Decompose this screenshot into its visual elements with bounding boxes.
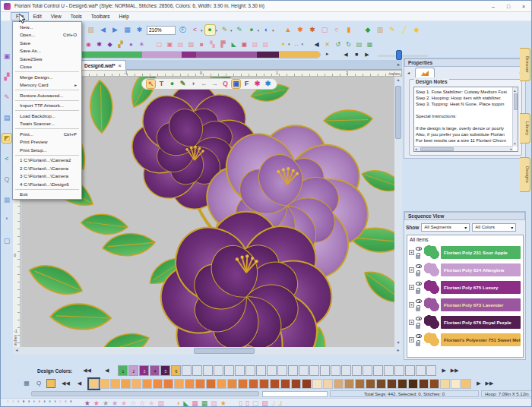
rotate-cw-icon[interactable]: ↻ [344,40,353,49]
file-menu-item-print-preview[interactable]: Print Preview [13,138,81,147]
motif-check-icon[interactable]: ▦ [192,399,198,407]
motif-triangle-icon[interactable]: ◣ [183,399,188,407]
notes-scroll-right-icon[interactable]: ▸ [510,147,512,151]
machine-icon[interactable]: ✱ [253,80,261,88]
dropdown-caret-icon[interactable]: ▾ [302,42,304,46]
colors-next-icon[interactable]: ▶ [442,368,445,374]
file-menu-item-4-c-floriani-design6[interactable]: 4 C:\Floriani\...\Design6 [13,180,81,188]
gold-star-icon[interactable]: ✦ [279,40,287,49]
flag-icon[interactable]: ▚ [208,40,217,49]
segments-filter-dropdown[interactable]: All Segments ▾ [421,223,470,232]
share-nodes-icon[interactable]: < [190,25,200,35]
rotate-ccw-icon[interactable]: ↺ [334,40,342,49]
notes-hscroll-thumb[interactable] [420,147,454,151]
canvas-vertical-scrollbar[interactable]: ▴ ▾ [394,77,402,347]
vertical-scroll-thumb[interactable] [395,86,401,139]
file-menu-item-3-c-floriani-camera[interactable]: 3 C:\Floriani\...\Camera [13,172,81,181]
lock-icon[interactable] [416,325,420,329]
empty-color-swatch[interactable] [267,365,277,376]
transport-play-button[interactable]: ▶ [363,50,372,58]
thread-first-icon[interactable]: ◀◀ [62,380,70,386]
blur-box-icon[interactable]: ▨ [187,40,195,49]
motif-rect-icon[interactable]: ▢ [252,399,259,407]
settings-gear-icon[interactable]: ✱ [135,25,144,35]
visibility-eye-icon[interactable] [416,247,422,251]
thread-next-icon[interactable]: ▶ [477,380,480,386]
design-color-swatch-1[interactable]: 1 [118,365,128,376]
thread-swatch[interactable] [249,379,258,389]
thread-swatch[interactable] [142,379,152,389]
lock-icon[interactable] [416,342,420,346]
empty-color-swatch[interactable] [394,365,404,376]
empty-color-swatch[interactable] [203,365,213,376]
thread-swatch[interactable] [259,379,269,389]
vector-icon[interactable]: < [2,154,11,163]
side-tab-library[interactable]: Library [520,113,530,144]
thread-swatch[interactable] [451,379,461,389]
notes-scroll-down-icon[interactable]: ▾ [514,141,516,146]
motif-pattern-icon[interactable]: ▨ [157,399,164,407]
thread-swatch[interactable] [323,379,333,389]
thread-swatch[interactable] [185,379,195,389]
file-menu-item-open[interactable]: Open...Ctrl+O [13,31,81,39]
red-frame-icon[interactable]: ▣ [240,40,249,49]
motif-star-outline-icon[interactable]: ☆ [130,399,136,407]
empty-color-swatch[interactable] [373,365,383,376]
menu-edit[interactable]: Edit [28,13,46,20]
file-menu-item-restore-autosaved[interactable]: Restore Autosaved... [13,91,81,99]
empty-color-swatch[interactable] [214,365,223,376]
scroll-right-icon[interactable]: ▸ [394,347,402,355]
thread-swatch[interactable] [302,379,312,389]
expand-button[interactable]: + [409,250,414,255]
disc-icon[interactable]: ● [127,40,135,49]
thread-swatch[interactable] [291,379,301,389]
motif-comma-icon[interactable]: ❜ [33,399,36,407]
puzzle-icon[interactable]: ▞ [116,40,125,49]
layers-icon[interactable]: ▤ [355,40,363,49]
globe-color-icon[interactable]: ◐ [261,25,271,35]
tab-strip-left-icon[interactable]: ◂ [407,70,410,75]
motif-rect-icon[interactable]: ▯ [239,399,242,407]
thread-swatch[interactable] [334,379,344,389]
motif-comma-icon[interactable]: ❜ [59,399,62,407]
motif-star-icon[interactable]: ★ [121,399,127,407]
flower-shape-icon[interactable]: ✳ [138,40,146,49]
sequence-item-floriani-s-polyester-751-sweet-melon[interactable]: +Floriani's Polyester 751 Sweet Melon [407,331,523,349]
progress-expand-icon[interactable]: ▸ [326,51,329,57]
notes-scroll-left-icon[interactable]: ◂ [415,147,417,151]
expand-button[interactable]: + [409,285,414,290]
lock-icon[interactable] [416,290,420,294]
prev-color-icon[interactable]: ◀ [312,40,321,49]
stitch-ball-icon[interactable]: ● [168,80,176,88]
magnifier-icon[interactable]: Q [2,175,11,184]
visibility-eye-icon[interactable] [416,282,422,286]
draw-pen-icon[interactable]: ✎ [235,25,245,35]
thread-swatch[interactable] [153,379,163,389]
gear-icon[interactable]: ✱ [264,80,272,88]
empty-color-swatch[interactable] [352,365,362,376]
canvas-horizontal-scrollbar[interactable]: ◂ ▸ [13,347,402,355]
thread-swatch[interactable] [227,379,237,389]
palette-search-icon[interactable]: Q [34,379,43,388]
tab-scroll-right-icon[interactable]: ▸ [397,62,400,67]
select-arrow-icon[interactable]: ↖ [147,80,155,88]
thread-swatch[interactable] [355,379,365,389]
empty-color-swatch[interactable] [288,365,298,376]
zoom-tool-icon[interactable]: Q [221,80,230,88]
diamond-shape-icon[interactable]: ◆ [106,40,114,49]
expand-button[interactable]: + [409,337,414,342]
maximize-button[interactable]: □ [502,2,515,11]
copy-special-icon[interactable]: ▥ [86,25,96,35]
gem-icon[interactable]: ◆ [363,25,373,35]
flame-density-icon[interactable]: ▲ [283,25,293,35]
artwork-icon[interactable]: ✎ [2,93,11,102]
pen-tool-icon[interactable]: ✎ [179,80,187,88]
motif-star-outline-icon[interactable]: ☆ [139,399,145,407]
hourglass-icon[interactable]: ✕ [323,40,331,49]
red-box-icon[interactable]: ■ [198,40,206,49]
empty-color-swatch[interactable] [320,365,330,376]
stitch-color-progress-bar[interactable] [77,52,320,58]
design-color-swatch-2[interactable]: 2 [128,365,138,376]
thread-swatch[interactable] [89,379,99,389]
green-corner-icon[interactable]: ◣ [230,40,238,49]
